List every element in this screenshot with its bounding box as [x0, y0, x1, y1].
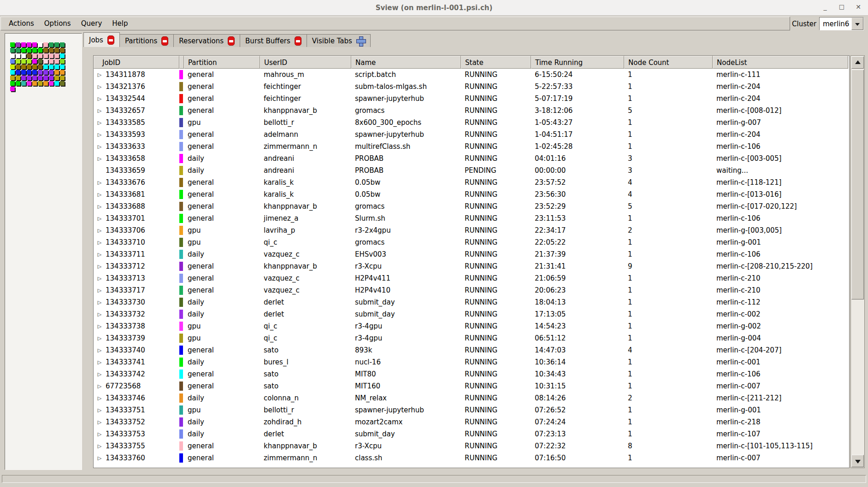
- expander-icon[interactable]: ▷: [97, 240, 102, 246]
- expander-icon[interactable]: ▷: [97, 335, 102, 341]
- node-square[interactable]: [10, 81, 15, 86]
- node-square[interactable]: [32, 53, 37, 58]
- expander-icon[interactable]: ▷: [97, 407, 102, 413]
- expander-icon[interactable]: ▷: [97, 431, 102, 437]
- table-row[interactable]: ▷134333742generalsatoMIT80RUNNING10:34:4…: [94, 368, 849, 380]
- expander-icon[interactable]: ▷: [97, 276, 102, 282]
- node-square[interactable]: [43, 70, 48, 75]
- menu-options[interactable]: Options: [39, 17, 76, 30]
- node-square[interactable]: [38, 81, 42, 86]
- expander-icon[interactable]: ▷: [97, 72, 102, 78]
- node-square[interactable]: [32, 70, 37, 75]
- node-square[interactable]: [60, 65, 65, 69]
- table-row[interactable]: ▷134321376generalfeichtingersubm-talos-m…: [94, 81, 849, 93]
- node-square[interactable]: [49, 48, 53, 53]
- expander-icon[interactable]: ▷: [97, 192, 102, 198]
- node-square[interactable]: [32, 42, 37, 47]
- table-row[interactable]: ▷134332544generalfeichtingerspawner-jupy…: [94, 93, 849, 105]
- column-header-jobid[interactable]: JobID: [94, 56, 179, 69]
- node-square[interactable]: [49, 42, 53, 47]
- table-row[interactable]: ▷134333738gpuqi_cr3-4gpuRUNNING14:54:231…: [94, 320, 849, 332]
- table-row[interactable]: ▷134333740generalsato893kRUNNING14:47:03…: [94, 344, 849, 356]
- node-square[interactable]: [10, 87, 15, 91]
- column-header-userid[interactable]: UserID: [260, 56, 351, 69]
- table-row[interactable]: ▷134333701generaljimenez_aSlurm.shRUNNIN…: [94, 212, 849, 224]
- node-square[interactable]: [49, 70, 53, 75]
- node-square[interactable]: [21, 76, 26, 80]
- column-header-name[interactable]: Name: [351, 56, 461, 69]
- table-row[interactable]: ▷134333593generaladelmannspawner-jupyter…: [94, 129, 849, 141]
- expander-icon[interactable]: ▷: [97, 311, 102, 317]
- node-square[interactable]: [43, 48, 48, 53]
- close-icon[interactable]: ✕: [854, 3, 862, 11]
- table-row[interactable]: ▷134333633generalzimmermann_nmultirefCla…: [94, 141, 849, 153]
- minimize-icon[interactable]: _: [821, 3, 829, 11]
- node-square[interactable]: [43, 53, 48, 58]
- table-row[interactable]: ▷134333751gpubellotti_rspawner-jupyterhu…: [94, 404, 849, 416]
- tab-partitions[interactable]: Partitions: [119, 34, 174, 47]
- node-square[interactable]: [49, 59, 53, 64]
- expander-icon[interactable]: ▷: [97, 443, 102, 449]
- column-header-nodelist[interactable]: NodeList: [713, 56, 848, 69]
- node-square[interactable]: [27, 48, 31, 53]
- expander-icon[interactable]: ▷: [97, 288, 102, 293]
- node-square[interactable]: [60, 70, 65, 75]
- node-square[interactable]: [21, 53, 26, 58]
- node-square[interactable]: [54, 53, 59, 58]
- column-header-node-count[interactable]: Node Count: [624, 56, 713, 69]
- column-header-state[interactable]: State: [461, 56, 531, 69]
- column-header-time-running[interactable]: Time Running: [531, 56, 624, 69]
- node-square[interactable]: [54, 81, 59, 86]
- table-row[interactable]: ▷134333760generalzimmermann_nclass.shRUN…: [94, 452, 849, 464]
- node-square[interactable]: [16, 48, 20, 53]
- node-square[interactable]: [54, 48, 59, 53]
- table-row[interactable]: ▷134333585gpubellotti_r8x600_300_epochsR…: [94, 117, 849, 129]
- tab-jobs[interactable]: Jobs: [83, 32, 120, 47]
- scroll-down-icon[interactable]: [851, 455, 864, 467]
- node-square[interactable]: [32, 81, 37, 86]
- table-row[interactable]: ▷134333741dailybures_lnucl-16RUNNING10:3…: [94, 356, 849, 368]
- column-header-partition[interactable]: Partition: [184, 56, 260, 69]
- table-row[interactable]: ▷134333676generalkaralis_k0.05bwRUNNING2…: [94, 176, 849, 188]
- node-square[interactable]: [27, 59, 31, 64]
- expander-icon[interactable]: ▷: [97, 252, 102, 258]
- tab-burst-buffers[interactable]: Burst Buffers: [240, 34, 307, 47]
- node-square[interactable]: [38, 42, 42, 47]
- node-square[interactable]: [27, 53, 31, 58]
- node-square[interactable]: [38, 65, 42, 69]
- table-row[interactable]: ▷134333752dailyzohdirad_hmozart2camxRUNN…: [94, 416, 849, 428]
- expander-icon[interactable]: ▷: [97, 323, 102, 329]
- node-square[interactable]: [54, 42, 59, 47]
- node-square[interactable]: [27, 65, 31, 69]
- node-square[interactable]: [16, 42, 20, 47]
- node-square[interactable]: [27, 42, 31, 47]
- node-square[interactable]: [16, 76, 20, 80]
- node-square[interactable]: [43, 59, 48, 64]
- tab-visible-tabs[interactable]: Visible Tabs: [307, 34, 371, 47]
- node-square[interactable]: [10, 48, 15, 53]
- node-square[interactable]: [49, 81, 53, 86]
- menu-actions[interactable]: Actions: [4, 17, 39, 30]
- table-row[interactable]: ▷67723568generalsatoMIT160RUNNING10:31:1…: [94, 380, 849, 392]
- expander-icon[interactable]: ▷: [97, 120, 102, 126]
- expander-icon[interactable]: ▷: [97, 264, 102, 270]
- node-square[interactable]: [60, 81, 65, 86]
- table-row[interactable]: 134333659dailyandreaniPROBABPENDING00:00…: [94, 164, 849, 176]
- node-square[interactable]: [49, 76, 53, 80]
- node-square[interactable]: [21, 65, 26, 69]
- node-square[interactable]: [54, 59, 59, 64]
- node-square[interactable]: [38, 76, 42, 80]
- vertical-scrollbar[interactable]: [850, 55, 865, 468]
- table-row[interactable]: ▷134333711dailyvazquez_cEHSv003RUNNING21…: [94, 248, 849, 260]
- expander-icon[interactable]: ▷: [97, 371, 102, 377]
- table-row[interactable]: ▷134311878generalmahrous_mscript.batchRU…: [94, 69, 849, 81]
- node-square[interactable]: [38, 48, 42, 53]
- table-row[interactable]: ▷134333706gpulavriha_pr3-2x4gpuRUNNING22…: [94, 224, 849, 236]
- table-row[interactable]: ▷134333739gpuqi_cr3-4gpuRUNNING06:51:121…: [94, 332, 849, 344]
- node-square[interactable]: [54, 70, 59, 75]
- cluster-combobox[interactable]: merlin6: [819, 17, 864, 30]
- table-row[interactable]: ▷134333732dailyderletsubmit_dayRUNNING17…: [94, 308, 849, 320]
- node-square[interactable]: [10, 76, 15, 80]
- table-row[interactable]: ▷134332657generalkhanppnavar_bgromacsRUN…: [94, 105, 849, 117]
- node-square[interactable]: [21, 70, 26, 75]
